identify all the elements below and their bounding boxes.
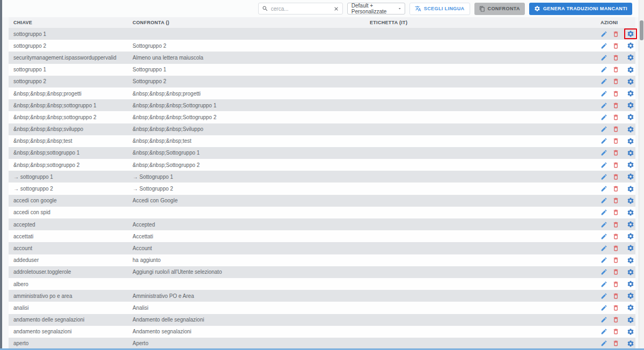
generate-translation-button[interactable] — [624, 267, 637, 278]
search-input[interactable] — [271, 6, 331, 12]
delete-button[interactable] — [612, 257, 619, 264]
pencil-icon — [601, 114, 608, 121]
delete-button[interactable] — [612, 162, 619, 169]
edit-button[interactable] — [601, 114, 608, 121]
edit-button[interactable] — [601, 126, 608, 133]
generate-translation-button[interactable] — [624, 52, 637, 63]
delete-button[interactable] — [612, 66, 619, 73]
delete-button[interactable] — [612, 340, 619, 347]
delete-button[interactable] — [612, 233, 619, 240]
generate-translation-button[interactable] — [624, 136, 637, 147]
edit-button[interactable] — [601, 137, 608, 144]
generate-translation-button[interactable] — [624, 40, 637, 51]
delete-button[interactable] — [612, 78, 619, 85]
scrollbar-thumb[interactable] — [640, 20, 643, 40]
generate-translation-button[interactable] — [624, 207, 637, 218]
delete-button[interactable] — [612, 149, 619, 156]
edit-button[interactable] — [601, 42, 608, 49]
delete-button[interactable] — [612, 31, 619, 38]
clear-search-icon[interactable] — [333, 6, 339, 12]
confronta-button[interactable]: CONFRONTA — [474, 3, 525, 15]
generate-translation-button[interactable] — [624, 243, 637, 253]
generate-translation-button[interactable] — [624, 302, 637, 313]
delete-button[interactable] — [612, 126, 619, 133]
table-row: &nbsp;&nbsp;sottogruppo 1 &nbsp;&nbsp;So… — [9, 147, 635, 159]
generate-translation-button[interactable] — [624, 88, 637, 99]
generate-translation-button[interactable] — [624, 171, 637, 182]
edit-button[interactable] — [601, 90, 608, 97]
generate-translation-button[interactable] — [624, 159, 637, 170]
generate-translation-button[interactable] — [624, 184, 637, 194]
generate-translation-button[interactable] — [624, 148, 637, 158]
delete-button[interactable] — [612, 197, 619, 204]
edit-button[interactable] — [601, 245, 608, 252]
delete-button[interactable] — [612, 293, 619, 300]
delete-button[interactable] — [612, 54, 619, 61]
edit-button[interactable] — [601, 173, 608, 180]
generate-translation-button[interactable] — [624, 279, 637, 289]
edit-button[interactable] — [601, 66, 608, 73]
delete-button[interactable] — [612, 114, 619, 121]
edit-button[interactable] — [601, 31, 608, 38]
edit-button[interactable] — [601, 149, 608, 156]
scrollbar[interactable] — [639, 0, 644, 350]
edit-button[interactable] — [601, 221, 608, 228]
generate-translation-button[interactable] — [624, 64, 637, 75]
actions-cell — [601, 148, 637, 158]
edit-button[interactable] — [601, 304, 608, 311]
delete-button[interactable] — [612, 173, 619, 180]
dictionary-select[interactable]: Default + Personalizzate — [347, 3, 405, 14]
delete-button[interactable] — [612, 268, 619, 275]
generate-translation-button[interactable] — [624, 100, 637, 111]
delete-button[interactable] — [612, 209, 619, 216]
compare-cell: ha aggiunto — [133, 257, 370, 263]
delete-button[interactable] — [612, 281, 619, 288]
scegli-lingua-button[interactable]: SCEGLI LINGUA — [409, 3, 470, 15]
edit-button[interactable] — [601, 197, 608, 204]
generate-translation-button[interactable] — [624, 326, 637, 337]
actions-cell — [601, 195, 637, 206]
edit-button[interactable] — [601, 162, 608, 169]
edit-button[interactable] — [601, 316, 608, 323]
delete-button[interactable] — [612, 42, 619, 49]
generate-translation-button[interactable] — [624, 231, 637, 242]
generate-translation-button[interactable] — [624, 315, 637, 325]
edit-button[interactable] — [601, 281, 608, 288]
delete-button[interactable] — [612, 328, 619, 335]
edit-button[interactable] — [601, 102, 608, 109]
gear-icon — [627, 292, 634, 300]
delete-button[interactable] — [612, 102, 619, 109]
generate-translation-button[interactable] — [624, 28, 637, 39]
edit-button[interactable] — [601, 209, 608, 216]
generate-translation-button[interactable] — [624, 219, 637, 230]
genera-traduzioni-button[interactable]: GENERA TRADUZIONI MANCANTI — [529, 3, 632, 15]
gear-icon — [627, 66, 634, 74]
edit-button[interactable] — [601, 54, 608, 61]
generate-translation-button[interactable] — [624, 290, 637, 301]
generate-translation-button[interactable] — [624, 76, 637, 87]
copy-icon — [479, 6, 485, 12]
edit-button[interactable] — [601, 293, 608, 300]
edit-button[interactable] — [601, 185, 608, 192]
generate-translation-button[interactable] — [624, 124, 637, 135]
delete-button[interactable] — [612, 304, 619, 311]
edit-button[interactable] — [601, 78, 608, 85]
table-row: → sottogruppo 1 → Sottogruppo 1 — [9, 171, 635, 183]
generate-translation-button[interactable] — [624, 112, 637, 122]
edit-button[interactable] — [601, 268, 608, 275]
delete-button[interactable] — [612, 90, 619, 97]
generate-translation-button[interactable] — [624, 338, 637, 349]
generate-translation-button[interactable] — [624, 255, 637, 266]
delete-button[interactable] — [612, 185, 619, 192]
key-cell: &nbsp;&nbsp;sottogruppo 2 — [13, 162, 133, 168]
table-row: andamento delle segnalazioni Andamento d… — [9, 314, 635, 326]
edit-button[interactable] — [601, 233, 608, 240]
edit-button[interactable] — [601, 257, 608, 264]
edit-button[interactable] — [601, 340, 608, 347]
generate-translation-button[interactable] — [624, 195, 637, 206]
delete-button[interactable] — [612, 137, 619, 144]
delete-button[interactable] — [612, 316, 619, 323]
delete-button[interactable] — [612, 245, 619, 252]
edit-button[interactable] — [601, 328, 608, 335]
delete-button[interactable] — [612, 221, 619, 228]
